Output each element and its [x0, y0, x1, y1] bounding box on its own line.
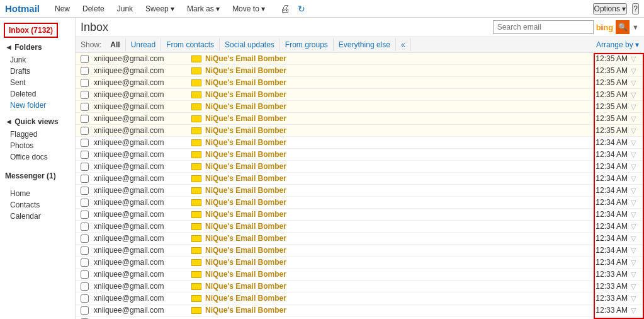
row-checkbox[interactable] — [81, 246, 89, 255]
flag-icon[interactable]: ▽ — [628, 235, 639, 243]
filter-tab-fromgroups[interactable]: From groups — [280, 38, 334, 51]
row-checkbox[interactable] — [81, 211, 89, 219]
table-row[interactable]: xniiquee@gmail.com NiQue's Email Bomber … — [76, 281, 644, 293]
options-button[interactable]: Options ▾ — [593, 3, 628, 14]
sidebar-item-home[interactable]: Home — [0, 188, 75, 199]
table-row[interactable]: xniiquee@gmail.com NiQue's Email Bomber … — [76, 65, 644, 77]
row-checkbox[interactable] — [81, 199, 89, 207]
flag-icon[interactable]: ▽ — [628, 246, 639, 255]
print-icon[interactable]: 🖨 — [280, 3, 290, 14]
table-row[interactable]: xniiquee@gmail.com NiQue's Email Bomber … — [76, 161, 644, 173]
table-row[interactable]: xniiquee@gmail.com NiQue's Email Bomber … — [76, 89, 644, 101]
flag-icon[interactable]: ▽ — [628, 175, 639, 183]
sidebar-item-junk[interactable]: Junk — [0, 54, 75, 66]
table-row[interactable]: xniiquee@gmail.com NiQue's Email Bomber … — [76, 137, 644, 149]
sidebar-item-contacts[interactable]: Contacts — [0, 199, 75, 211]
row-checkbox[interactable] — [81, 151, 89, 159]
row-checkbox[interactable] — [81, 175, 89, 183]
row-checkbox[interactable] — [81, 258, 89, 267]
flag-icon[interactable]: ▽ — [628, 151, 639, 159]
row-checkbox[interactable] — [81, 282, 89, 291]
sidebar-item-newfolder[interactable]: New folder — [0, 100, 75, 111]
table-row[interactable]: xniiquee@gmail.com NiQue's Email Bomber … — [76, 245, 644, 257]
new-button[interactable]: New — [52, 3, 72, 14]
row-checkbox[interactable] — [81, 163, 89, 171]
sidebar-item-photos[interactable]: Photos — [0, 140, 75, 151]
flag-icon[interactable]: ▽ — [628, 306, 639, 315]
filter-tab-unread[interactable]: Unread — [126, 38, 161, 51]
table-row[interactable]: xniiquee@gmail.com NiQue's Email Bomber … — [76, 101, 644, 113]
row-checkbox[interactable] — [81, 270, 89, 279]
table-row[interactable]: xniiquee@gmail.com NiQue's Email Bomber … — [76, 113, 644, 125]
flag-icon[interactable]: ▽ — [628, 258, 639, 267]
inbox-button[interactable]: Inbox (7132) — [4, 23, 58, 38]
flag-icon[interactable]: ▽ — [628, 211, 639, 219]
row-checkbox[interactable] — [81, 91, 89, 99]
search-input[interactable] — [493, 20, 594, 34]
filter-tab-fromcontacts[interactable]: From contacts — [161, 38, 220, 51]
table-row[interactable]: xniiquee@gmail.com NiQue's Email Bomber … — [76, 197, 644, 209]
table-row[interactable]: xniiquee@gmail.com NiQue's Email Bomber … — [76, 185, 644, 197]
table-row[interactable]: xniiquee@gmail.com NiQue's Email Bomber … — [76, 209, 644, 221]
row-checkbox[interactable] — [81, 306, 89, 315]
moveto-button[interactable]: Move to ▾ — [230, 3, 268, 14]
sidebar-item-deleted[interactable]: Deleted — [0, 88, 75, 100]
filter-tab-everythingelse[interactable]: Everything else — [334, 38, 396, 51]
flag-icon[interactable]: ▽ — [628, 103, 639, 111]
table-row[interactable]: xniiquee@gmail.com NiQue's Email Bomber … — [76, 125, 644, 137]
flag-icon[interactable]: ▽ — [628, 270, 639, 279]
quickviews-section-header[interactable]: ◄ Quick views — [0, 115, 75, 129]
row-checkbox[interactable] — [81, 235, 89, 243]
delete-button[interactable]: Delete — [80, 3, 107, 14]
table-row[interactable]: xniiquee@gmail.com NiQue's Email Bomber … — [76, 316, 644, 319]
filter-tab-socialupdates[interactable]: Social updates — [220, 38, 280, 51]
sidebar-item-drafts[interactable]: Drafts — [0, 66, 75, 77]
row-checkbox[interactable] — [81, 79, 89, 87]
table-row[interactable]: xniiquee@gmail.com NiQue's Email Bomber … — [76, 53, 644, 65]
messenger-header[interactable]: Messenger (1) — [5, 171, 70, 180]
flag-icon[interactable]: ▽ — [628, 91, 639, 99]
row-checkbox[interactable] — [81, 187, 89, 195]
flag-icon[interactable]: ▽ — [628, 223, 639, 231]
table-row[interactable]: xniiquee@gmail.com NiQue's Email Bomber … — [76, 233, 644, 245]
expand-search-icon[interactable]: ▼ — [632, 23, 639, 31]
sidebar-item-calendar[interactable]: Calendar — [0, 211, 75, 222]
table-row[interactable]: xniiquee@gmail.com NiQue's Email Bomber … — [76, 269, 644, 281]
row-checkbox[interactable] — [81, 139, 89, 147]
row-checkbox[interactable] — [81, 67, 89, 75]
flag-icon[interactable]: ▽ — [628, 67, 639, 75]
table-row[interactable]: xniiquee@gmail.com NiQue's Email Bomber … — [76, 221, 644, 233]
sidebar-item-officedocs[interactable]: Office docs — [0, 151, 75, 163]
help-button[interactable]: ? — [632, 3, 639, 14]
flag-icon[interactable]: ▽ — [628, 282, 639, 291]
filter-tab-all[interactable]: All — [105, 38, 125, 51]
row-checkbox[interactable] — [81, 127, 89, 135]
table-row[interactable]: xniiquee@gmail.com NiQue's Email Bomber … — [76, 173, 644, 185]
sidebar-item-flagged[interactable]: Flagged — [0, 129, 75, 140]
flag-icon[interactable]: ▽ — [628, 115, 639, 123]
markas-button[interactable]: Mark as ▾ — [184, 3, 222, 14]
row-checkbox[interactable] — [81, 223, 89, 231]
row-checkbox[interactable] — [81, 103, 89, 111]
table-row[interactable]: xniiquee@gmail.com NiQue's Email Bomber … — [76, 77, 644, 89]
search-button[interactable]: 🔍 — [616, 20, 630, 34]
arrange-by-button[interactable]: Arrange by ▾ — [596, 40, 639, 49]
flag-icon[interactable]: ▽ — [628, 187, 639, 195]
flag-icon[interactable]: ▽ — [628, 127, 639, 135]
sidebar-item-sent[interactable]: Sent — [0, 77, 75, 88]
folders-section-header[interactable]: ◄ Folders — [0, 40, 75, 54]
flag-icon[interactable]: ▽ — [628, 199, 639, 207]
sweep-button[interactable]: Sweep ▾ — [143, 3, 177, 14]
flag-icon[interactable]: ▽ — [628, 79, 639, 87]
table-row[interactable]: xniiquee@gmail.com NiQue's Email Bomber … — [76, 304, 644, 316]
flag-icon[interactable]: ▽ — [628, 294, 639, 303]
row-checkbox[interactable] — [81, 55, 89, 63]
flag-icon[interactable]: ▽ — [628, 139, 639, 147]
flag-icon[interactable]: ▽ — [628, 163, 639, 171]
filter-tab-more[interactable]: « — [396, 38, 411, 51]
row-checkbox[interactable] — [81, 294, 89, 303]
row-checkbox[interactable] — [81, 115, 89, 123]
flag-icon[interactable]: ▽ — [628, 55, 639, 63]
table-row[interactable]: xniiquee@gmail.com NiQue's Email Bomber … — [76, 257, 644, 269]
table-row[interactable]: xniiquee@gmail.com NiQue's Email Bomber … — [76, 149, 644, 161]
